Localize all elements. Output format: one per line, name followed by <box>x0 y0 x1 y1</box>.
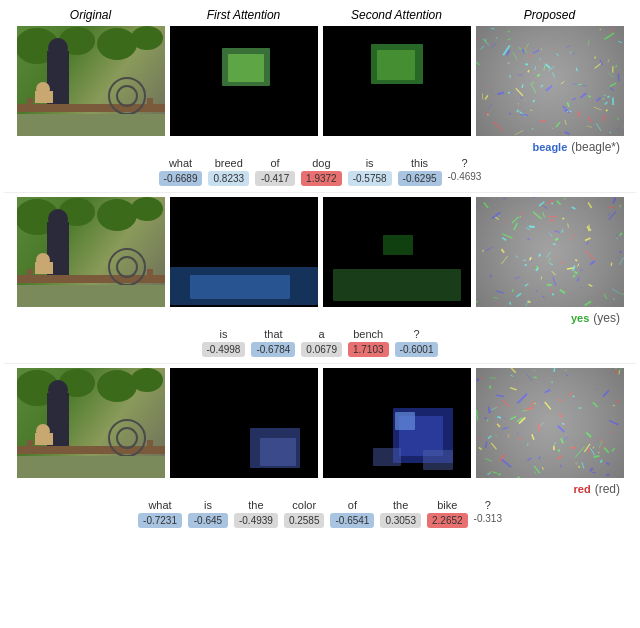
word-item-1-3: dog 1.9372 <box>301 157 342 186</box>
word-item-1-0: what -0.6689 <box>159 157 203 186</box>
word-score-row-2: is -0.4998 that -0.6784 a 0.0679 bench 1… <box>4 328 636 357</box>
original-image-1 <box>17 26 165 136</box>
header-row: Original First Attention Second Attentio… <box>4 8 636 22</box>
score-badge: 0.2585 <box>284 513 325 528</box>
word-label: the <box>248 499 263 511</box>
word-label: breed <box>215 157 243 169</box>
score-badge: -0.313 <box>474 513 502 524</box>
word-item-1-1: breed 0.8233 <box>208 157 249 186</box>
score-badge: -0.645 <box>188 513 228 528</box>
image-row-3 <box>4 368 636 478</box>
attn-patch-2b <box>377 50 415 80</box>
answer-star-2: (yes) <box>593 311 620 325</box>
score-badge: -0.6784 <box>251 342 295 357</box>
score-badge: 2.2652 <box>427 513 468 528</box>
first-attention-2 <box>170 197 318 307</box>
word-item-3-4: of -0.6541 <box>330 499 374 528</box>
first-attention-3 <box>170 368 318 478</box>
second-attention-1 <box>323 26 471 136</box>
score-badge: 0.0679 <box>301 342 342 357</box>
attn-patch-r3-2c <box>395 412 415 430</box>
answer-star-1: (beagle*) <box>571 140 620 154</box>
col-header-proposed: Proposed <box>475 8 625 22</box>
col-header-original: Original <box>16 8 166 22</box>
word-item-1-5: this -0.6295 <box>398 157 442 186</box>
answer-row-1: beagle (beagle*) <box>4 140 636 154</box>
word-score-row-1: what -0.6689 breed 0.8233 of -0.417 dog … <box>4 157 636 186</box>
word-label: of <box>348 499 357 511</box>
word-item-1-6: ? -0.4693 <box>448 157 482 182</box>
answer-star-3: (red) <box>595 482 620 496</box>
word-label: bench <box>353 328 383 340</box>
word-label: a <box>319 328 325 340</box>
original-canvas-2 <box>17 197 165 307</box>
word-label: the <box>393 499 408 511</box>
score-badge: -0.6001 <box>395 342 439 357</box>
attn-patch-r3-1b <box>260 438 296 466</box>
score-badge: -0.4998 <box>202 342 246 357</box>
word-item-3-1: is -0.645 <box>188 499 228 528</box>
score-badge: 1.9372 <box>301 171 342 186</box>
word-label: what <box>169 157 192 169</box>
word-item-3-7: ? -0.313 <box>474 499 502 524</box>
row-block-2: yes (yes) is -0.4998 that -0.6784 a 0.06… <box>4 197 636 357</box>
image-row-1 <box>4 26 636 136</box>
word-label: is <box>204 499 212 511</box>
answer-label-2: yes <box>571 312 589 324</box>
word-item-1-2: of -0.417 <box>255 157 295 186</box>
proposed-canvas-1 <box>476 26 624 136</box>
divider-2 <box>4 363 636 364</box>
word-label: what <box>148 499 171 511</box>
attn-patch-r2-2b <box>383 235 413 255</box>
original-canvas-1 <box>17 26 165 136</box>
word-label: ? <box>461 157 467 169</box>
score-badge: -0.4939 <box>234 513 278 528</box>
word-item-1-4: is -0.5758 <box>348 157 392 186</box>
main-container: Original First Attention Second Attentio… <box>0 0 640 542</box>
answer-row-2: yes (yes) <box>4 311 636 325</box>
score-badge: 1.7103 <box>348 342 389 357</box>
word-item-2-1: that -0.6784 <box>251 328 295 357</box>
image-row-2 <box>4 197 636 307</box>
score-badge: -0.6541 <box>330 513 374 528</box>
word-label: ? <box>413 328 419 340</box>
second-attention-3 <box>323 368 471 478</box>
second-attention-2 <box>323 197 471 307</box>
attn-patch-1b <box>228 54 264 82</box>
word-item-3-6: bike 2.2652 <box>427 499 468 528</box>
attn-patch-r2-2a <box>333 269 461 301</box>
proposed-image-1 <box>476 26 624 136</box>
word-item-3-0: what -0.7231 <box>138 499 182 528</box>
answer-label-3: red <box>574 483 591 495</box>
proposed-image-3 <box>476 368 624 478</box>
word-label: of <box>270 157 279 169</box>
original-canvas-3 <box>17 368 165 478</box>
word-label: dog <box>312 157 330 169</box>
original-image-2 <box>17 197 165 307</box>
score-badge: 0.3053 <box>380 513 421 528</box>
answer-label-1: beagle <box>532 141 567 153</box>
proposed-image-2 <box>476 197 624 307</box>
word-item-3-2: the -0.4939 <box>234 499 278 528</box>
word-item-2-2: a 0.0679 <box>301 328 342 357</box>
word-label: that <box>264 328 282 340</box>
word-label: is <box>220 328 228 340</box>
score-badge: -0.6295 <box>398 171 442 186</box>
word-label: color <box>292 499 316 511</box>
word-label: bike <box>437 499 457 511</box>
word-item-2-3: bench 1.7103 <box>348 328 389 357</box>
proposed-canvas-3 <box>476 368 624 478</box>
score-badge: -0.417 <box>255 171 295 186</box>
attn-patch-r3-2e <box>423 450 453 470</box>
col-header-first: First Attention <box>169 8 319 22</box>
score-badge: -0.4693 <box>448 171 482 182</box>
word-item-3-3: color 0.2585 <box>284 499 325 528</box>
score-badge: -0.5758 <box>348 171 392 186</box>
word-item-2-0: is -0.4998 <box>202 328 246 357</box>
row-block-1: beagle (beagle*) what -0.6689 breed 0.82… <box>4 26 636 186</box>
word-label: is <box>366 157 374 169</box>
word-label: ? <box>485 499 491 511</box>
word-item-2-4: ? -0.6001 <box>395 328 439 357</box>
divider-1 <box>4 192 636 193</box>
row-block-3: red (red) what -0.7231 is -0.645 the -0.… <box>4 368 636 528</box>
